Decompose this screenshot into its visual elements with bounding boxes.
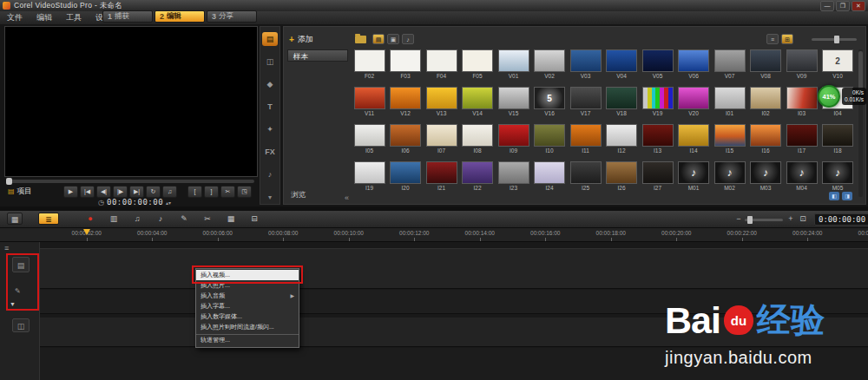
step-tab[interactable]: 3 分享 xyxy=(207,10,257,23)
add-media-button[interactable]: + 添加 xyxy=(289,34,313,45)
preview-timecode[interactable]: 00:00:00:00 xyxy=(107,198,163,206)
end-button[interactable]: ▶| xyxy=(129,186,144,198)
media-thumbnail[interactable]: 2 V10 xyxy=(820,49,856,87)
media-thumbnail[interactable]: ♪ M03 xyxy=(748,161,784,199)
enlarge-preview-button[interactable]: ◳ xyxy=(237,186,252,198)
media-thumbnail[interactable]: I09 xyxy=(496,124,531,161)
timeline-ruler[interactable]: 00:00:02:0000:00:04:0000:00:06:0000:00:0… xyxy=(0,228,868,242)
menu-item-insert-subtitle[interactable]: 插入字幕... xyxy=(196,301,299,311)
playback-mode[interactable]: ▤ 项目 xyxy=(4,187,63,197)
menu-item-track-manager[interactable]: 轨道管理... xyxy=(196,334,299,346)
system-volume-button[interactable]: ♫ xyxy=(162,186,177,198)
media-thumbnail[interactable]: F02 xyxy=(352,49,387,87)
media-thumbnail[interactable]: I25 xyxy=(568,161,603,199)
media-thumbnail[interactable]: I19 xyxy=(352,161,387,199)
menu-item[interactable]: 编辑 xyxy=(30,11,59,24)
media-thumbnail[interactable]: I22 xyxy=(460,161,496,199)
playhead-marker[interactable] xyxy=(83,229,90,235)
media-thumbnail[interactable]: I10 xyxy=(532,124,568,161)
transition-icon[interactable]: ◫ xyxy=(262,55,278,69)
media-thumbnail[interactable]: V09 xyxy=(784,49,819,87)
media-thumbnail[interactable]: V11 xyxy=(352,87,387,124)
list-view-button[interactable]: ≡ xyxy=(766,34,779,44)
media-thumbnail[interactable]: I23 xyxy=(496,161,531,199)
media-thumbnail[interactable]: I03 xyxy=(784,87,819,124)
media-thumbnail[interactable]: V07 xyxy=(712,49,747,87)
media-thumbnail[interactable]: ♪ M04 xyxy=(784,161,819,199)
media-thumbnail[interactable]: I13 xyxy=(640,124,675,161)
thumbnail-view-button[interactable]: ⊞ xyxy=(781,34,793,44)
media-icon[interactable]: ▤ xyxy=(262,32,278,46)
track-manager-button[interactable]: ⊟ xyxy=(247,213,261,225)
media-thumbnail[interactable]: I11 xyxy=(568,124,603,161)
next-frame-button[interactable]: |▶ xyxy=(113,186,128,198)
media-thumbnail[interactable]: I27 xyxy=(640,161,675,199)
minimize-button[interactable]: — xyxy=(820,1,834,11)
menu-item[interactable]: 工具 xyxy=(59,11,89,24)
media-thumbnail[interactable]: V12 xyxy=(388,87,424,124)
media-thumbnail[interactable]: V04 xyxy=(604,49,640,87)
mark-out-button[interactable]: ] xyxy=(204,186,219,198)
overlay-widget[interactable]: 41% 0K/s 0.01K/s xyxy=(818,85,866,108)
overlay-track-icon[interactable]: ◫ xyxy=(12,318,30,332)
menu-item-insert-timelapse-photo[interactable]: 插入照片到时间流逝/频闪... xyxy=(196,322,299,332)
record-capture-button[interactable]: ● xyxy=(83,213,97,225)
timeline-zoom-slider[interactable] xyxy=(745,219,783,221)
media-thumbnail[interactable]: V01 xyxy=(496,49,531,87)
timeline-view-button[interactable]: ≣ xyxy=(38,213,59,225)
filter-audio-button[interactable]: ♪ xyxy=(402,34,414,44)
media-thumbnail[interactable]: I05 xyxy=(352,124,387,161)
media-thumbnail[interactable]: I20 xyxy=(388,161,424,199)
media-thumbnail[interactable]: F03 xyxy=(388,49,424,87)
object-icon[interactable]: ✦ xyxy=(262,122,278,136)
fit-project-button[interactable]: ⊡ xyxy=(799,214,807,223)
mark-in-button[interactable]: [ xyxy=(187,186,202,198)
media-thumbnail[interactable]: V20 xyxy=(676,87,712,124)
media-thumbnail[interactable]: I17 xyxy=(784,124,819,161)
media-thumbnail[interactable]: I06 xyxy=(388,124,424,161)
zoom-out-button[interactable]: − xyxy=(734,214,743,223)
library-tag-icon-2[interactable]: ◨ xyxy=(842,192,852,200)
slider-handle[interactable] xyxy=(834,36,839,43)
media-thumbnail[interactable]: V02 xyxy=(532,49,568,87)
media-thumbnail[interactable]: V06 xyxy=(676,49,712,87)
step-tab[interactable]: 2 编辑 xyxy=(155,10,205,23)
media-thumbnail[interactable]: I26 xyxy=(604,161,640,199)
filter-icon[interactable]: FX xyxy=(262,145,278,159)
media-thumbnail[interactable]: V18 xyxy=(604,87,640,124)
batch-convert-button[interactable]: ▥ xyxy=(107,213,121,225)
maximize-button[interactable]: ❐ xyxy=(836,1,850,11)
media-thumbnail[interactable]: I21 xyxy=(424,161,459,199)
media-thumbnail[interactable]: F05 xyxy=(460,49,496,87)
close-button[interactable]: ✕ xyxy=(852,1,865,11)
storyboard-view-button[interactable]: ▦ xyxy=(7,213,23,225)
media-thumbnail[interactable]: V14 xyxy=(460,87,496,124)
instant-project-button[interactable]: ▦ xyxy=(224,213,238,225)
library-tag-icon-1[interactable]: ◧ xyxy=(829,192,839,200)
media-thumbnail[interactable]: I15 xyxy=(712,124,747,161)
video-track[interactable] xyxy=(40,248,868,289)
zoom-in-button[interactable]: + xyxy=(786,214,795,223)
scrub-handle[interactable] xyxy=(6,178,12,185)
audio-icon[interactable]: ♪ xyxy=(262,167,278,181)
media-thumbnail[interactable]: V19 xyxy=(640,87,675,124)
graphic-icon[interactable]: ◆ xyxy=(262,77,278,91)
media-thumbnail[interactable]: ♪ M02 xyxy=(712,161,747,199)
media-thumbnail[interactable]: I01 xyxy=(712,87,747,124)
home-button[interactable]: |◀ xyxy=(80,186,95,198)
zoom-slider-handle[interactable] xyxy=(747,216,753,224)
media-thumbnail[interactable]: V15 xyxy=(496,87,531,124)
media-thumbnail[interactable]: I08 xyxy=(460,124,496,161)
media-thumbnail[interactable]: V03 xyxy=(568,49,603,87)
filter-photos-button[interactable]: ▣ xyxy=(387,34,399,44)
media-thumbnail[interactable]: I12 xyxy=(604,124,640,161)
media-thumbnail[interactable]: V13 xyxy=(424,87,459,124)
media-thumbnail[interactable]: F04 xyxy=(424,49,459,87)
menu-item[interactable]: 文件 xyxy=(0,11,30,24)
media-thumbnail[interactable]: V17 xyxy=(568,87,603,124)
media-thumbnail[interactable]: I24 xyxy=(532,161,568,199)
scrub-bar[interactable] xyxy=(6,180,254,183)
media-thumbnail[interactable]: I16 xyxy=(748,124,784,161)
painting-creator-button[interactable]: ✎ xyxy=(177,213,191,225)
video-preview[interactable] xyxy=(4,26,258,177)
